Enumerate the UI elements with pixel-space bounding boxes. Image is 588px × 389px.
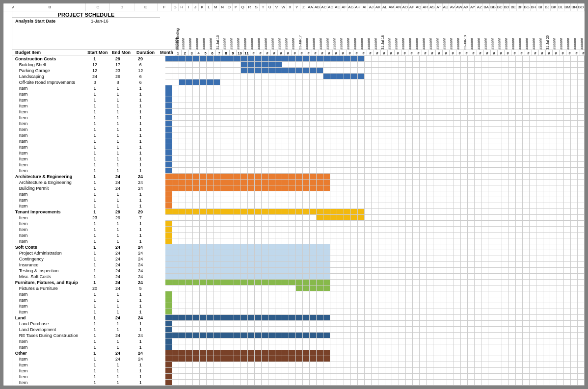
table-row[interactable]: Land Purchase111 (12, 321, 585, 327)
table-row[interactable]: Item111 (12, 138, 585, 144)
col-header-cell[interactable]: AS (429, 3, 436, 11)
col-header-cell[interactable]: W (280, 3, 287, 11)
col-header-cell[interactable]: R (246, 3, 253, 11)
table-row[interactable]: Item111 (12, 85, 585, 91)
col-header-cell[interactable]: BA (483, 3, 490, 11)
table-row[interactable]: Architecture & Engineering12424 (12, 180, 585, 185)
table-row[interactable]: RE Taxes During Construction12424 (12, 333, 585, 338)
col-header-cell[interactable]: AX (463, 3, 470, 11)
table-row[interactable]: Construction Costs12929 (12, 56, 585, 62)
table-row[interactable]: Misc. Soft Costs12424 (12, 274, 585, 280)
table-row[interactable]: Item111 (12, 197, 585, 203)
col-header-cell[interactable]: AJ (368, 3, 375, 11)
table-row[interactable]: Parking Garage122312 (12, 68, 585, 74)
table-row[interactable]: Item111 (12, 109, 585, 115)
table-row[interactable]: Testing & Inspection12424 (12, 268, 585, 274)
col-header-cell[interactable]: BE (510, 3, 517, 11)
table-row[interactable]: Item111 (12, 203, 585, 209)
col-header-cell[interactable]: H (179, 3, 186, 11)
col-header-cell[interactable]: Q (240, 3, 246, 11)
table-row[interactable]: Item111 (12, 303, 585, 309)
col-header-cell[interactable]: F (158, 3, 172, 11)
col-header-cell[interactable]: AL (382, 3, 389, 11)
col-header-cell[interactable]: AZ (476, 3, 483, 11)
table-row[interactable]: Item111 (12, 238, 585, 244)
col-header-cell[interactable]: G (172, 3, 179, 11)
table-row[interactable]: Off-Site Road Improvements386 (12, 79, 585, 85)
table-row[interactable]: Other12424 (12, 350, 585, 356)
table-row[interactable]: Project Administration12424 (12, 250, 585, 256)
table-row[interactable]: Insurance12424 (12, 262, 585, 268)
col-header-cell[interactable]: AF (341, 3, 348, 11)
col-header-cell[interactable]: P (233, 3, 240, 11)
col-header-cell[interactable]: AU (443, 3, 450, 11)
col-header-cell[interactable]: AO (402, 3, 409, 11)
col-header-cell[interactable]: BI (537, 3, 544, 11)
col-header-cell[interactable]: BJ (544, 3, 551, 11)
col-header-cell[interactable]: AC (321, 3, 327, 11)
table-row[interactable]: Landscaping24296 (12, 74, 585, 79)
table-row[interactable]: Item111 (12, 368, 585, 374)
col-header-cell[interactable]: U (267, 3, 273, 11)
col-header-cell[interactable]: BB (490, 3, 497, 11)
col-header-cell[interactable]: AW (456, 3, 463, 11)
table-row[interactable]: Item111 (12, 374, 585, 380)
col-header-cell[interactable]: AB (314, 3, 321, 11)
table-row[interactable]: Item111 (12, 233, 585, 238)
col-header-cell[interactable]: N (219, 3, 226, 11)
table-row[interactable]: Item111 (12, 221, 585, 227)
table-row[interactable]: Item111 (12, 380, 585, 386)
table-row[interactable]: Soft Costs12424 (12, 244, 585, 250)
table-row[interactable]: Item111 (12, 132, 585, 138)
col-header-cell[interactable]: K (199, 3, 206, 11)
col-header-cell[interactable]: BK (551, 3, 558, 11)
col-header-cell[interactable]: T (260, 3, 267, 11)
table-row[interactable]: Item111 (12, 91, 585, 97)
table-row[interactable]: Item111 (12, 291, 585, 297)
table-row[interactable]: Land12424 (12, 315, 585, 321)
col-header-cell[interactable]: I (186, 3, 192, 11)
col-header-cell[interactable]: AQ (415, 3, 422, 11)
col-header-cell[interactable]: AT (436, 3, 443, 11)
table-row[interactable]: Item111 (12, 144, 585, 150)
table-row[interactable]: Item111 (12, 150, 585, 156)
table-row[interactable]: Fixtures & Furniture20245 (12, 285, 585, 291)
table-row[interactable]: Item111 (12, 156, 585, 162)
table-row[interactable]: Item111 (12, 127, 585, 132)
col-header-cell[interactable]: AE (334, 3, 341, 11)
col-header-cell[interactable]: BC (497, 3, 504, 11)
table-row[interactable]: Land Development111 (12, 327, 585, 333)
worksheet-area[interactable]: PROJECT SCHEDULE Analysis Start Date 1-J… (12, 11, 585, 386)
table-row[interactable]: Item111 (12, 338, 585, 344)
col-header-cell[interactable]: J (192, 3, 199, 11)
table-row[interactable]: Item111 (12, 297, 585, 303)
col-header-cell[interactable]: S (253, 3, 260, 11)
col-header-cell[interactable]: AG (348, 3, 355, 11)
table-row[interactable]: Item111 (12, 115, 585, 121)
col-header-cell[interactable]: C (86, 3, 110, 11)
col-header-cell[interactable]: BM (564, 3, 571, 11)
table-row[interactable]: Item111 (12, 362, 585, 368)
table-row[interactable]: Building Permit12424 (12, 185, 585, 191)
col-header-cell[interactable]: BG (524, 3, 531, 11)
col-header-cell[interactable]: AN (395, 3, 402, 11)
table-row[interactable]: Item111 (12, 227, 585, 233)
table-row[interactable]: Item111 (12, 344, 585, 350)
col-header-cell[interactable]: E (134, 3, 158, 11)
col-header-cell[interactable]: AH (354, 3, 361, 11)
table-row[interactable]: Item111 (12, 191, 585, 197)
table-row[interactable]: Item111 (12, 309, 585, 315)
table-row[interactable]: Item111 (12, 121, 585, 127)
col-header-cell[interactable]: D (110, 3, 134, 11)
table-row[interactable]: Item111 (12, 162, 585, 168)
col-header-cell[interactable]: AI (361, 3, 368, 11)
col-header-cell[interactable]: M (213, 3, 219, 11)
col-header-cell[interactable]: BN (571, 3, 578, 11)
col-header-cell[interactable]: AY (470, 3, 477, 11)
table-row[interactable]: Item111 (12, 168, 585, 174)
col-header-cell[interactable]: AM (388, 3, 395, 11)
col-header-cell[interactable]: Y (294, 3, 300, 11)
table-row[interactable]: Item111 (12, 103, 585, 109)
col-header-cell[interactable]: AA (307, 3, 314, 11)
col-header-cell[interactable]: L (206, 3, 213, 11)
